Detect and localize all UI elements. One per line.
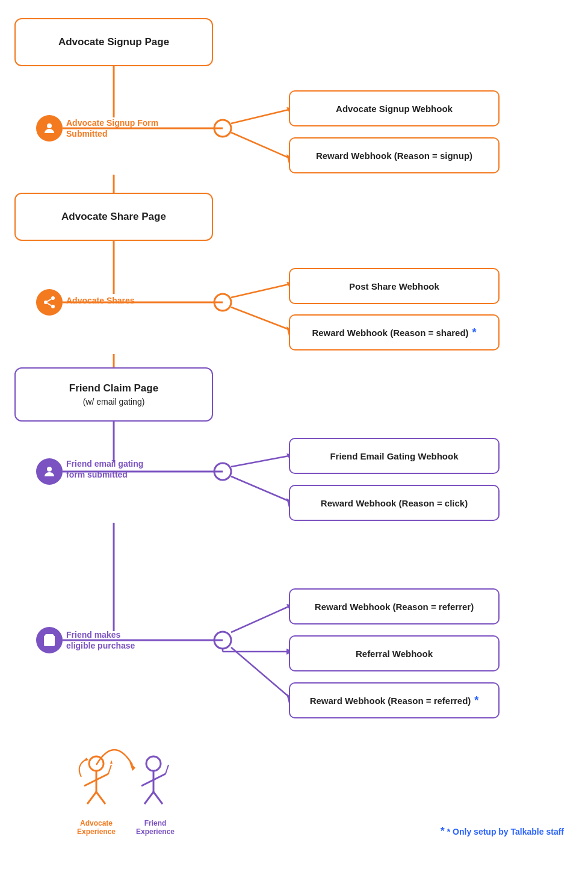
reward-webhook-click: Reward Webhook (Reason = click) — [289, 485, 500, 521]
svg-point-45 — [89, 756, 104, 771]
svg-line-57 — [153, 774, 166, 780]
advocate-signup-page: Advocate Signup Page — [14, 18, 213, 66]
svg-line-29 — [231, 606, 289, 632]
friend-email-gating-event-icon — [36, 458, 63, 485]
svg-line-47 — [84, 780, 96, 786]
reward-webhook-referrer-label: Reward Webhook (Reason = referrer) — [315, 602, 474, 612]
friend-claim-page-subtitle: (w/ email gating) — [83, 397, 145, 406]
svg-point-22 — [214, 463, 231, 480]
friend-claim-page-label: Friend Claim Page — [69, 382, 158, 394]
svg-line-51 — [108, 765, 111, 774]
svg-line-13 — [231, 132, 289, 158]
post-share-webhook: Post Share Webhook — [289, 268, 500, 304]
advocate-signup-event-icon — [36, 115, 63, 142]
shared-asterisk: * — [472, 326, 477, 339]
reward-webhook-referred: Reward Webhook (Reason = referred) * — [289, 682, 500, 718]
svg-line-25 — [231, 476, 289, 501]
svg-line-59 — [153, 792, 162, 804]
advocate-signup-page-label: Advocate Signup Page — [58, 36, 169, 48]
referred-asterisk: * — [474, 694, 478, 707]
friend-figure — [135, 753, 172, 815]
svg-line-17 — [231, 284, 289, 297]
svg-line-56 — [141, 780, 153, 786]
footer-asterisk: * — [441, 825, 445, 837]
reward-webhook-signup-label: Reward Webhook (Reason = signup) — [316, 151, 472, 161]
advocate-signup-form-label: Advocate Signup Form Submitted — [66, 117, 175, 139]
advocate-shares-event-icon — [36, 289, 63, 316]
svg-point-43 — [47, 467, 52, 472]
reward-webhook-shared: Reward Webhook (Reason = shared) * — [289, 314, 500, 350]
reward-webhook-signup: Reward Webhook (Reason = signup) — [289, 137, 500, 173]
referral-webhook-label: Referral Webhook — [356, 649, 433, 659]
reward-webhook-referrer: Reward Webhook (Reason = referrer) — [289, 588, 500, 624]
svg-point-54 — [146, 756, 161, 771]
svg-line-50 — [96, 792, 105, 804]
svg-line-34 — [231, 647, 289, 697]
friend-purchase-label: Friend makeseligible purchase — [66, 629, 175, 651]
advocate-figure — [78, 753, 114, 815]
friend-email-gating-webhook-label: Friend Email Gating Webhook — [330, 451, 458, 461]
svg-point-38 — [51, 296, 55, 300]
friend-purchase-event-icon — [36, 627, 63, 653]
svg-line-48 — [96, 774, 108, 780]
svg-point-39 — [44, 301, 48, 304]
svg-marker-52 — [110, 760, 113, 764]
advocate-shares-label: Advocate Shares — [66, 295, 135, 306]
advocate-signup-webhook: Advocate Signup Webhook — [289, 90, 500, 126]
svg-point-16 — [214, 294, 231, 311]
svg-marker-36 — [129, 762, 135, 771]
advocate-signup-webhook-label: Advocate Signup Webhook — [336, 104, 453, 114]
svg-point-28 — [214, 632, 231, 649]
svg-line-41 — [48, 304, 52, 306]
friend-claim-page: Friend Claim Page (w/ email gating) — [14, 367, 213, 422]
svg-point-10 — [214, 120, 231, 137]
reward-webhook-shared-label: Reward Webhook (Reason = shared) — [312, 328, 468, 338]
footer-note-text: * Only setup by Talkable staff — [447, 827, 564, 836]
svg-marker-53 — [84, 758, 88, 761]
footer-note: * * Only setup by Talkable staff — [441, 825, 564, 838]
friend-email-gating-webhook: Friend Email Gating Webhook — [289, 438, 500, 474]
svg-point-40 — [51, 305, 55, 308]
advocate-share-page-label: Advocate Share Page — [61, 211, 166, 223]
referral-webhook: Referral Webhook — [289, 635, 500, 671]
advocate-share-page: Advocate Share Page — [14, 193, 213, 241]
reward-webhook-click-label: Reward Webhook (Reason = click) — [321, 498, 468, 508]
svg-line-58 — [144, 792, 153, 804]
svg-line-19 — [231, 307, 289, 329]
friend-email-gating-label: Friend email gatingform submitted — [66, 458, 175, 480]
svg-line-42 — [48, 299, 52, 302]
post-share-webhook-label: Post Share Webhook — [349, 281, 439, 291]
svg-line-23 — [231, 456, 289, 467]
svg-line-11 — [231, 110, 289, 123]
svg-line-60 — [166, 765, 169, 774]
reward-webhook-referred-label: Reward Webhook (Reason = referred) — [310, 696, 471, 706]
svg-point-37 — [47, 123, 52, 128]
svg-line-49 — [87, 792, 96, 804]
friend-experience-label: Friend Experience — [131, 819, 179, 836]
advocate-experience-label: Advocate Experience — [72, 819, 120, 836]
